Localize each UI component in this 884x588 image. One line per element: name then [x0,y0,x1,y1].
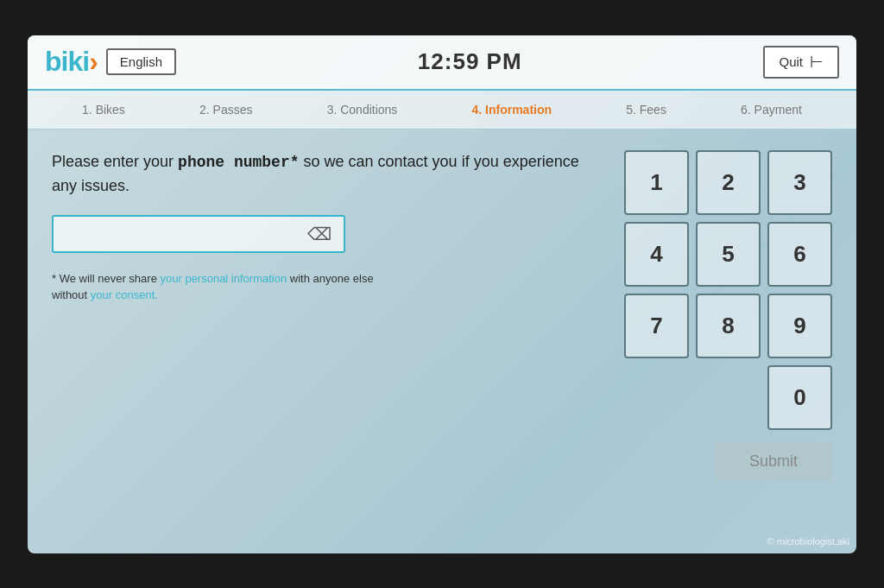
phone-input-area[interactable]: ⌫ [52,215,345,253]
language-button[interactable]: English [106,48,176,75]
numpad-row-2: 4 5 6 [624,222,832,287]
key-7[interactable]: 7 [624,294,689,358]
submit-button[interactable]: Submit [715,442,832,481]
logo-text: biki› [45,46,98,78]
key-6[interactable]: 6 [767,222,832,287]
backspace-button[interactable]: ⌫ [304,224,335,244]
quit-button[interactable]: Quit ⊢ [763,46,839,79]
numpad-row-4: 0 [767,365,832,430]
step-information[interactable]: 4. Information [465,99,559,120]
logo-biki: biki [45,46,89,77]
quit-icon: ⊢ [810,53,824,72]
left-panel: Please enter your phone number* so we ca… [52,150,607,536]
logo-arrow: › [89,46,98,77]
key-1[interactable]: 1 [624,150,689,215]
step-payment[interactable]: 6. Payment [734,99,809,120]
key-5[interactable]: 5 [696,222,761,287]
key-3[interactable]: 3 [767,150,832,215]
step-conditions[interactable]: 3. Conditions [320,99,405,120]
key-4[interactable]: 4 [624,222,689,287]
main-content: Please enter your phone number* so we ca… [28,130,856,553]
phone-input[interactable] [62,224,304,243]
quit-label: Quit [779,54,803,69]
prompt-text: Please enter your phone number* so we ca… [52,150,607,198]
step-fees[interactable]: 5. Fees [619,99,673,120]
numpad-submit-row: Submit [715,442,832,481]
logo-area: biki› English [45,46,176,78]
screen: biki› English 12:59 PM Quit ⊢ 1. Bikes 2… [28,35,856,553]
step-passes[interactable]: 2. Passes [193,99,259,120]
step-navigation: 1. Bikes 2. Passes 3. Conditions 4. Info… [28,91,856,130]
step-bikes[interactable]: 1. Bikes [75,99,132,120]
watermark: © microbiologist.aki [767,536,849,547]
numpad: 1 2 3 4 5 6 7 8 9 0 Submit [624,150,832,536]
key-0[interactable]: 0 [767,365,832,430]
key-9[interactable]: 9 [767,294,832,358]
numpad-row-3: 7 8 9 [624,294,832,358]
clock: 12:59 PM [418,48,522,75]
numpad-row-1: 1 2 3 [624,150,832,215]
key-2[interactable]: 2 [696,150,761,215]
header: biki› English 12:59 PM Quit ⊢ [28,35,856,91]
disclaimer-text: * We will never share your personal info… [52,270,380,304]
key-8[interactable]: 8 [696,294,761,358]
